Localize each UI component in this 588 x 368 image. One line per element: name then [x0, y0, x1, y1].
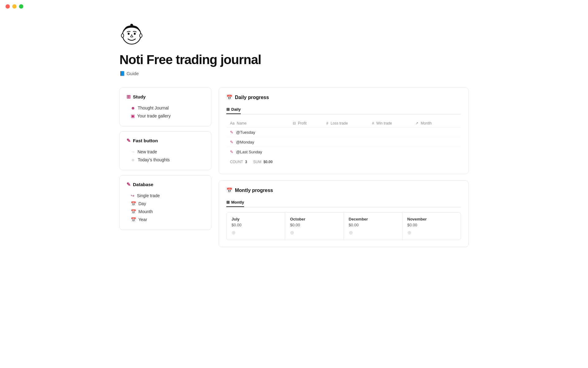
october-icon: ⊕: [290, 230, 338, 236]
row-lastsunday-profit: [289, 147, 323, 157]
daily-progress-title: 📅 Daily progress: [226, 94, 461, 100]
col-empty: [449, 119, 461, 128]
todays-thoughts-item[interactable]: ☻ Today's thoughts: [126, 156, 204, 164]
minimize-button[interactable]: [12, 4, 17, 9]
december-name: December: [349, 217, 397, 221]
maximize-button[interactable]: [19, 4, 23, 9]
october-value: $0.00: [290, 223, 338, 227]
study-card: ⊞ Study ☻ Thought Journal ▣ Your trade g…: [119, 87, 211, 126]
row-edit-icon-1: ✎: [230, 130, 233, 135]
daily-progress-card: 📅 Daily progress ⊞ Daily Aa Name: [219, 87, 469, 174]
fast-button-card: ✎ Fast button → New trade ☻ Today's thou…: [119, 131, 211, 170]
fast-button-section-title: ✎ Fast button: [126, 138, 204, 144]
row-lastsunday-name: ✎ @Last Sunday: [226, 147, 289, 157]
row-monday-montlh: [412, 137, 449, 147]
montlh-arrow-icon: ↗: [415, 121, 418, 125]
thought-journal-item[interactable]: ☻ Thought Journal: [126, 104, 204, 112]
year-calendar-icon: 📅: [131, 217, 136, 222]
row-monday-extra: [449, 137, 461, 147]
row-tuesday-montlh: [412, 128, 449, 137]
monthly-calendar-icon: 📅: [226, 187, 232, 193]
study-section-title: ⊞ Study: [126, 94, 204, 100]
monthly-tab[interactable]: ⊞ Montly: [226, 198, 244, 207]
november-icon: ⊕: [407, 230, 456, 236]
col-win-trade: # Win trade: [368, 119, 412, 128]
day-item[interactable]: 📅 Day: [126, 200, 204, 208]
table-header-row: Aa Name ⊟ Profit # Loss trade: [226, 119, 461, 128]
table-row[interactable]: ✎ @Last Sunday: [226, 147, 461, 157]
single-trade-item[interactable]: ↪ Single trade: [126, 192, 204, 200]
guide-label: 📘 Guide: [119, 71, 139, 76]
row-lastsunday-win: [368, 147, 412, 157]
november-name: November: [407, 217, 456, 221]
window-chrome: [0, 0, 588, 13]
loss-hash-icon: #: [326, 121, 329, 125]
year-item[interactable]: 📅 Year: [126, 216, 204, 224]
right-column: 📅 Daily progress ⊞ Daily Aa Name: [219, 87, 469, 247]
row-monday-name: ✎ @Monday: [226, 137, 289, 147]
monthly-cell-july[interactable]: July $0.00 ⊕: [227, 213, 285, 240]
row-tuesday-win: [368, 128, 412, 137]
row-edit-icon-2: ✎: [230, 140, 233, 144]
page-title: Noti Free trading journal: [119, 52, 469, 67]
day-calendar-icon: 📅: [131, 201, 136, 206]
tab-grid-icon: ⊞: [226, 107, 230, 112]
mounth-calendar-icon: 📅: [131, 209, 136, 214]
face-icon: [119, 22, 144, 47]
single-trade-arrow-icon: ↪: [131, 193, 134, 198]
monthly-grid: July $0.00 ⊕ October $0.00 ⊕ December $0…: [226, 212, 461, 240]
close-button[interactable]: [6, 4, 10, 9]
row-tuesday-extra: [449, 128, 461, 137]
monthly-cell-november[interactable]: November $0.00 ⊕: [402, 213, 461, 240]
left-sidebar: ⊞ Study ☻ Thought Journal ▣ Your trade g…: [119, 87, 211, 235]
arrow-right-icon: →: [131, 149, 135, 154]
december-value: $0.00: [349, 223, 397, 227]
svg-point-1: [128, 33, 130, 35]
trade-gallery-item[interactable]: ▣ Your trade gallery: [126, 112, 204, 120]
person-icon: ☻: [131, 105, 135, 110]
october-name: October: [290, 217, 338, 221]
row-lastsunday-extra: [449, 147, 461, 157]
guide-link[interactable]: 📘 Guide: [119, 71, 469, 76]
row-monday-win: [368, 137, 412, 147]
row-tuesday-profit: [289, 128, 323, 137]
profit-icon: ⊟: [293, 121, 296, 125]
table-icon: ⊞: [126, 94, 130, 100]
july-icon: ⊕: [232, 230, 280, 236]
monthly-progress-card: 📅 Montly progress ⊞ Montly July $0.00 ⊕: [219, 180, 469, 247]
row-tuesday-name: ✎ @Tuesday: [226, 128, 289, 137]
svg-point-3: [121, 34, 124, 37]
col-profit: ⊟ Profit: [289, 119, 323, 128]
svg-point-2: [134, 33, 136, 35]
monthly-grid-icon: ⊞: [226, 200, 230, 205]
mounth-item[interactable]: 📅 Mounth: [126, 208, 204, 216]
row-lastsunday-montlh: [412, 147, 449, 157]
table-row[interactable]: ✎ @Monday: [226, 137, 461, 147]
svg-point-4: [140, 34, 142, 37]
page-content: Noti Free trading journal 📘 Guide ⊞ Stud…: [95, 22, 493, 266]
row-monday-loss: [323, 137, 368, 147]
monthly-tab-row: ⊞ Montly: [226, 198, 461, 207]
row-lastsunday-loss: [323, 147, 368, 157]
monthly-cell-december[interactable]: December $0.00 ⊕: [344, 213, 402, 240]
daily-table: Aa Name ⊟ Profit # Loss trade: [226, 119, 461, 157]
win-hash-icon: #: [372, 121, 374, 125]
daily-tab[interactable]: ⊞ Daily: [226, 105, 241, 114]
november-value: $0.00: [407, 223, 456, 227]
edit-icon: ✎: [126, 138, 130, 144]
database-card: ✎ Database ↪ Single trade 📅 Day 📅 Mounth…: [119, 175, 211, 230]
row-edit-icon-3: ✎: [230, 150, 233, 154]
col-name: Aa Name: [226, 119, 289, 128]
row-monday-profit: [289, 137, 323, 147]
december-icon: ⊕: [349, 230, 397, 236]
monthly-progress-title: 📅 Montly progress: [226, 187, 461, 193]
person2-icon: ☻: [131, 157, 135, 162]
new-trade-item[interactable]: → New trade: [126, 148, 204, 156]
page-icon-container: [119, 22, 469, 48]
table-row[interactable]: ✎ @Tuesday: [226, 128, 461, 137]
bookmark-icon: ▣: [131, 113, 135, 118]
count-label: COUNT 3: [230, 160, 247, 164]
july-name: July: [232, 217, 280, 221]
monthly-cell-october[interactable]: October $0.00 ⊕: [285, 213, 343, 240]
col-montlh: ↗ Montlh: [412, 119, 449, 128]
